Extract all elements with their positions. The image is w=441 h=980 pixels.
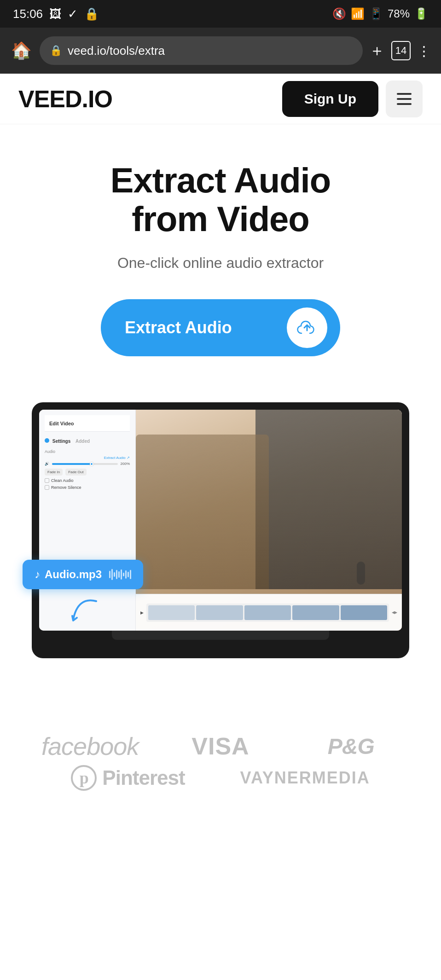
audio-waveform xyxy=(109,569,131,580)
hero-title: Extract Audio from Video xyxy=(18,161,423,238)
fade-in-button[interactable]: Fade In xyxy=(45,469,63,476)
logo: VEED.IO xyxy=(18,85,112,113)
browser-bar: 🏠 🔒 veed.io/tools/extra ＋ 14 ⋮ xyxy=(0,28,441,74)
editor-section: Edit Video Settings Added Audio Extract … xyxy=(0,384,441,695)
upload-icon xyxy=(287,307,327,348)
status-left: 15:06 🖼 ✓ 🔒 xyxy=(13,7,99,21)
editor-main: ▶ ◀▶ xyxy=(136,410,402,631)
remove-silence-checkbox[interactable] xyxy=(45,485,49,490)
clean-audio-checkbox[interactable] xyxy=(45,478,49,483)
navigation: VEED.IO Sign Up xyxy=(0,74,441,124)
sidebar-title: Settings Added xyxy=(45,436,130,446)
menu-line-3 xyxy=(397,103,412,105)
status-bar: 15:06 🖼 ✓ 🔒 🔇 📶 📱 78% 🔋 xyxy=(0,0,441,28)
brand-facebook: facebook xyxy=(32,732,148,760)
extract-audio-button[interactable]: Extract Audio xyxy=(101,299,340,356)
photo-icon: 🖼 xyxy=(49,7,61,21)
home-button[interactable]: 🏠 xyxy=(9,39,33,63)
pinterest-logo-icon: p xyxy=(71,765,97,791)
audio-filename: Audio.mp3 xyxy=(45,568,102,581)
battery: 78% xyxy=(388,7,410,20)
brand-vaynermedia: VAYNERMEDIA xyxy=(240,765,370,791)
more-options-button[interactable]: ⋮ xyxy=(417,43,432,59)
fade-out-button[interactable]: Fade Out xyxy=(65,469,86,476)
editor-header: Edit Video xyxy=(45,415,130,432)
laptop-base xyxy=(112,631,330,640)
brands-section: facebook VISA P&G p Pinterest VAYNERMEDI… xyxy=(0,695,441,837)
nav-actions: Sign Up xyxy=(282,81,423,117)
check-icon: ✓ xyxy=(68,7,78,21)
new-tab-button[interactable]: ＋ xyxy=(369,40,385,61)
lock-icon: 🔒 xyxy=(50,45,62,57)
audio-file-badge: ♪ Audio.mp3 xyxy=(23,560,143,589)
brands-grid: facebook VISA P&G xyxy=(32,732,409,760)
hero-subtitle: One-click online audio extractor xyxy=(18,255,423,272)
video-preview: ▶ ◀▶ xyxy=(136,410,402,631)
signup-button[interactable]: Sign Up xyxy=(282,81,378,117)
menu-button[interactable] xyxy=(386,81,423,117)
brand-pg: P&G xyxy=(293,732,409,760)
menu-line-1 xyxy=(397,93,412,95)
arrow-icon xyxy=(69,592,105,631)
lock-status-icon: 🔒 xyxy=(84,7,99,21)
extract-audio-link[interactable]: Extract Audio ↗ xyxy=(104,456,130,460)
status-right: 🔇 📶 📱 78% 🔋 xyxy=(332,7,428,20)
battery-icon: 🔋 xyxy=(414,7,428,20)
audio-section-label: Audio xyxy=(45,449,130,454)
browser-actions: ＋ 14 ⋮ xyxy=(369,40,432,61)
brand-visa: VISA xyxy=(162,732,279,760)
music-icon: ♪ xyxy=(35,568,40,581)
brand-pinterest: p Pinterest xyxy=(71,765,185,791)
brands-row2: p Pinterest VAYNERMEDIA xyxy=(18,765,423,791)
tab-count[interactable]: 14 xyxy=(391,41,411,60)
time: 15:06 xyxy=(13,7,43,21)
url-bar[interactable]: 🔒 veed.io/tools/extra xyxy=(40,36,363,65)
edit-video-label: Edit Video xyxy=(49,421,74,426)
extract-audio-label: Extract Audio xyxy=(125,318,232,337)
signal-icon: 📱 xyxy=(369,7,383,20)
menu-line-2 xyxy=(397,98,412,100)
mute-icon: 🔇 xyxy=(332,7,346,20)
wifi-icon: 📶 xyxy=(351,7,365,20)
url-text: veed.io/tools/extra xyxy=(68,44,165,58)
hero-section: Extract Audio from Video One-click onlin… xyxy=(0,124,441,384)
